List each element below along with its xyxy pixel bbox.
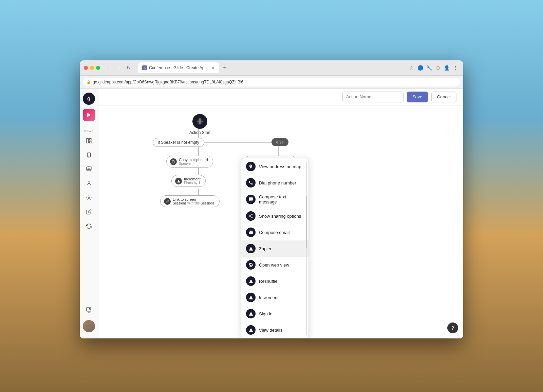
tab-bar: G Conference · Glide · Create Ap… ✕ + — [138, 62, 229, 73]
else-pill[interactable]: else — [272, 138, 288, 146]
sidebar-item-layout[interactable] — [83, 135, 95, 147]
address-bar-row: 🔒 go.glideapps.com/app/CoO6SnwgRjgkgaoBK… — [80, 76, 463, 89]
extension-icon-3[interactable]: ⬡ — [434, 64, 442, 72]
action-increment[interactable]: Increment Photo by 1 — [171, 175, 206, 187]
dropdown-item-compose-text[interactable]: Compose text message — [241, 191, 308, 208]
reload-button[interactable]: ↻ — [125, 64, 133, 72]
sidebar-divider — [84, 126, 94, 126]
sidebar-item-sync[interactable] — [83, 220, 95, 232]
svg-point-6 — [87, 167, 91, 169]
dropdown-icon-reshuffle — [246, 276, 256, 286]
svg-marker-30 — [249, 328, 253, 332]
sidebar-item-mobile[interactable] — [83, 149, 95, 161]
sidebar-logo[interactable]: g — [83, 93, 95, 105]
scrollbar-thumb[interactable] — [306, 196, 307, 248]
action-pill-link[interactable]: Link to screen Sessions with title Sessi… — [160, 195, 220, 207]
dropdown-icon-zapier — [246, 244, 256, 253]
dropdown-icon-view-details — [246, 325, 256, 335]
action-dropdown-menu[interactable]: View address on map Dial phone number Co… — [241, 158, 309, 338]
action-pill-copy[interactable]: Copy to clipboard Speaker — [166, 156, 213, 168]
action-copy-clipboard[interactable]: Copy to clipboard Speaker — [166, 156, 213, 168]
dropdown-item-view-address[interactable]: View address on map — [241, 158, 308, 175]
dropdown-item-view-details[interactable]: View details — [241, 322, 308, 338]
sidebar-item-add-screen[interactable] — [83, 304, 95, 316]
dropdown-icon-compose-email — [246, 228, 256, 237]
dropdown-label-increment: Increment — [259, 295, 279, 300]
dropdown-item-open-web[interactable]: Open web view — [241, 257, 308, 273]
maximize-traffic-light[interactable] — [96, 66, 100, 70]
main-header: Save Cancel — [98, 89, 463, 105]
sidebar-item-settings[interactable] — [83, 192, 95, 204]
url-text: go.glideapps.com/app/CoO6SnwgRjgkgaoBKB7… — [93, 80, 243, 84]
svg-point-7 — [88, 182, 90, 183]
copy-clipboard-text: Copy to clipboard Speaker — [179, 158, 208, 165]
dropdown-icon-compose-text — [246, 195, 256, 204]
condition-pill[interactable]: if Speaker is not empty — [153, 138, 204, 147]
new-tab-button[interactable]: + — [221, 64, 229, 72]
dropdown-label-dial-phone: Dial phone number — [259, 180, 296, 185]
dropdown-item-zapier[interactable]: Zapier — [241, 240, 308, 257]
dropdown-icon-increment — [246, 293, 256, 302]
action-icon-copy — [170, 158, 177, 165]
forward-button[interactable]: → — [115, 64, 123, 72]
action-link-screen[interactable]: Link to screen Sessions with title Sessi… — [160, 195, 220, 207]
browser-tab[interactable]: G Conference · Glide · Create Ap… ✕ — [138, 62, 219, 73]
else-node[interactable]: else — [272, 138, 288, 146]
nav-buttons: ← → ↻ — [106, 64, 133, 72]
dropdown-item-sign-in[interactable]: Sign in — [241, 306, 308, 322]
dropdown-item-sharing[interactable]: Show sharing options — [241, 208, 308, 224]
titlebar: ← → ↻ G Conference · Glide · Create Ap… … — [80, 60, 463, 76]
dropdown-label-sharing: Show sharing options — [259, 214, 301, 219]
action-pill-increment[interactable]: Increment Photo by 1 — [171, 175, 206, 187]
app-container: g ROWS — [80, 89, 463, 338]
dropdown-label-view-details: View details — [259, 328, 282, 333]
avatar-image — [83, 320, 95, 332]
sidebar-user-avatar[interactable] — [83, 320, 95, 332]
sidebar-app-icon[interactable] — [83, 109, 95, 121]
dropdown-label-open-web: Open web view — [259, 262, 289, 268]
browser-window: ← → ↻ G Conference · Glide · Create Ap… … — [80, 60, 463, 338]
condition-node[interactable]: if Speaker is not empty — [153, 138, 204, 147]
svg-marker-29 — [249, 312, 253, 316]
cancel-button[interactable]: Cancel — [431, 92, 456, 102]
svg-rect-1 — [87, 138, 88, 143]
bookmark-icon[interactable]: ☆ — [408, 64, 415, 72]
extension-icon-1[interactable]: 🔵 — [416, 64, 424, 72]
close-traffic-light[interactable] — [84, 66, 88, 70]
save-button[interactable]: Save — [407, 92, 428, 102]
svg-marker-21 — [177, 179, 180, 182]
link-screen-text: Link to screen Sessions with title Sessi… — [173, 197, 214, 205]
svg-point-5 — [89, 156, 89, 156]
dropdown-icon-dial-phone — [246, 178, 256, 188]
svg-point-8 — [88, 197, 90, 199]
extension-icon-2[interactable]: 🔧 — [425, 64, 433, 72]
dropdown-item-reshuffle[interactable]: Reshuffle — [241, 273, 308, 289]
address-bar[interactable]: 🔒 go.glideapps.com/app/CoO6SnwgRjgkgaoBK… — [83, 78, 460, 86]
svg-rect-3 — [90, 141, 91, 143]
sidebar-item-data[interactable] — [83, 163, 95, 175]
traffic-lights — [84, 66, 100, 70]
dropdown-label-view-address: View address on map — [259, 164, 301, 169]
profile-icon[interactable]: 👤 — [443, 64, 450, 72]
sidebar-item-edit[interactable] — [83, 206, 95, 218]
tab-close-button[interactable]: ✕ — [210, 65, 215, 70]
lock-icon: 🔒 — [87, 80, 91, 84]
flow-canvas[interactable]: Action Start if Speaker is not empty els… — [98, 105, 463, 338]
back-button[interactable]: ← — [106, 64, 114, 72]
main-content: Save Cancel — [98, 89, 463, 338]
rows-label: ROWS — [85, 130, 94, 133]
dropdown-item-dial-phone[interactable]: Dial phone number — [241, 175, 308, 191]
dropdown-icon-view-address — [246, 162, 256, 171]
dropdown-item-increment[interactable]: Increment — [241, 289, 308, 306]
more-icon[interactable]: ⋮ — [452, 64, 459, 72]
dropdown-item-compose-email[interactable]: Compose email — [241, 224, 308, 240]
dropdown-label-sign-in: Sign in — [259, 311, 273, 316]
dropdown-label-compose-text: Compose text message — [259, 194, 304, 204]
svg-point-25 — [251, 217, 253, 218]
minimize-traffic-light[interactable] — [90, 66, 94, 70]
sidebar-item-user[interactable] — [83, 177, 95, 190]
help-button[interactable]: ? — [447, 322, 458, 333]
action-name-input[interactable] — [342, 92, 404, 102]
scrollbar-track — [306, 162, 307, 335]
dropdown-label-compose-email: Compose email — [259, 230, 289, 235]
